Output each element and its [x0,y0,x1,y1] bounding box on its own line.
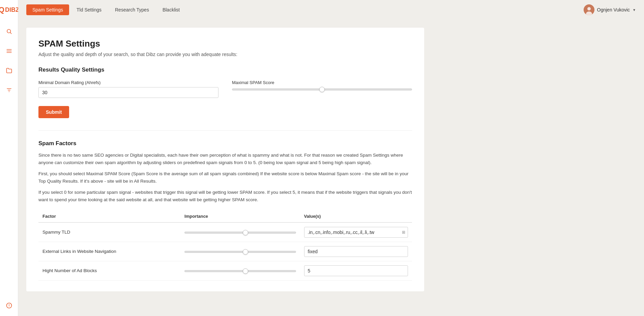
factor-importance [180,222,300,242]
user-menu[interactable]: Ognjen Vukovic ▼ [584,4,636,15]
table-row: External Links in Website Navigation [38,242,412,261]
col-header-values: Value(s) [300,210,412,222]
factor-importance [180,242,300,261]
table-row: Hight Number of Ad Blocks [38,261,412,280]
header-row: Factor Importance Value(s) [38,210,412,222]
factor-value: ⊞ [300,222,412,242]
importance-slider[interactable] [184,232,296,234]
topbar: Spam Settings Tld Settings Research Type… [18,0,644,20]
svg-line-1 [10,32,11,33]
username: Ognjen Vukovic [597,7,630,12]
quality-settings-row: Minimal Domain Rating (Ahrefs) Maximal S… [38,80,412,98]
main-area: Spam Settings Tld Settings Research Type… [18,0,644,316]
content-area: SPAM Settings Adjust the quality and dep… [18,20,644,316]
divider [38,130,412,131]
max-spam-score-slider[interactable] [232,88,412,90]
sidebar-icon-filter[interactable] [4,85,14,95]
tab-tld-settings[interactable]: Tld Settings [70,4,108,15]
max-spam-score-label: Maximal SPAM Score [232,80,412,85]
sidebar-icon-list[interactable] [4,46,14,56]
settings-card: SPAM Settings Adjust the quality and dep… [26,28,424,291]
min-domain-rating-label: Minimal Domain Rating (Ahrefs) [38,80,218,85]
tabs: Spam Settings Tld Settings Research Type… [26,4,186,15]
spam-description-1: Since there is no two same SEO agencies … [38,152,412,166]
spam-description-2: First, you should select Maximal SPAM Sc… [38,170,412,185]
min-domain-rating-input[interactable] [38,87,218,98]
factor-name: Hight Number of Ad Blocks [38,261,180,280]
logo-text: DIBZ [5,6,19,14]
factor-value [300,261,412,280]
svg-point-12 [587,7,591,10]
factors-table: Factor Importance Value(s) Spammy TLD⊞Ex… [38,210,412,281]
sidebar-icon-folder[interactable] [4,65,14,76]
results-quality-section-title: Results Quality Settings [38,67,412,73]
page-title: SPAM Settings [38,38,412,49]
max-spam-score-group: Maximal SPAM Score [232,80,412,98]
value-input[interactable] [304,246,408,257]
factor-name: External Links in Website Navigation [38,242,180,261]
tab-blacklist[interactable]: Blacklist [156,4,186,15]
sidebar-icon-search[interactable] [4,26,14,36]
importance-slider[interactable] [184,251,296,253]
max-spam-score-slider-wrapper [232,88,412,90]
col-header-factor: Factor [38,210,180,222]
avatar [584,4,594,15]
factor-name: Spammy TLD [38,222,180,242]
tab-spam-settings[interactable]: Spam Settings [26,4,69,15]
value-input-wrapper [304,246,408,257]
sidebar-icon-help[interactable] [4,300,14,311]
min-domain-rating-group: Minimal Domain Rating (Ahrefs) [38,80,218,98]
value-input[interactable] [304,265,408,276]
logo[interactable]: Q DIBZ [0,5,19,14]
value-input[interactable] [304,227,408,238]
value-input-wrapper: ⊞ [304,227,408,238]
importance-slider[interactable] [184,270,296,272]
factors-table-body: Spammy TLD⊞External Links in Website Nav… [38,222,412,281]
logo-q-icon: Q [0,5,4,14]
chevron-down-icon: ▼ [633,8,636,12]
tab-research-types[interactable]: Research Types [109,4,155,15]
sidebar: Q DIBZ [0,0,18,316]
spam-factors-title: Spam Factors [38,140,412,147]
factor-importance [180,261,300,280]
page-subtitle: Adjust the quality and depth of your sea… [38,52,412,57]
value-input-wrapper [304,265,408,276]
table-row: Spammy TLD⊞ [38,222,412,242]
col-header-importance: Importance [180,210,300,222]
spam-description-3: If you select 0 for some particular spam… [38,189,412,203]
factors-table-header: Factor Importance Value(s) [38,210,412,222]
submit-button[interactable]: Submit [38,106,69,118]
factor-value [300,242,412,261]
